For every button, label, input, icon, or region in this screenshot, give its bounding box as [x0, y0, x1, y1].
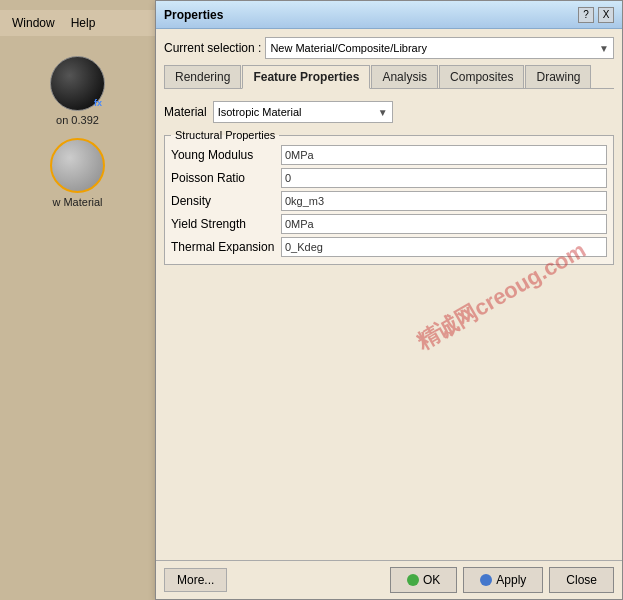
young-modulus-input[interactable] — [281, 145, 607, 165]
tab-content: Material Isotropic Material ▼ Structural… — [164, 95, 614, 552]
material-label: Material — [164, 105, 207, 119]
dialog-footer: More... OK Apply Close — [156, 560, 622, 599]
yield-strength-label: Yield Strength — [171, 217, 281, 231]
dialog-titlebar: Properties ? X — [156, 1, 622, 29]
material-row: Material Isotropic Material ▼ — [164, 101, 614, 123]
ok-icon — [407, 574, 419, 586]
menu-window[interactable]: Window — [8, 14, 59, 32]
property-row-poisson-ratio: Poisson Ratio — [171, 168, 607, 188]
structural-properties-group: Structural Properties Young Modulus Pois… — [164, 129, 614, 265]
current-selection-label: Current selection : — [164, 41, 261, 55]
tab-rendering[interactable]: Rendering — [164, 65, 241, 88]
material-value: Isotropic Material — [218, 106, 302, 118]
apply-icon — [480, 574, 492, 586]
structural-properties-legend: Structural Properties — [171, 129, 279, 141]
current-selection-arrow-icon: ▼ — [599, 43, 609, 54]
apply-label: Apply — [496, 573, 526, 587]
apply-button[interactable]: Apply — [463, 567, 543, 593]
tabs-row: Rendering Feature Properties Analysis Co… — [164, 65, 614, 89]
property-row-density: Density — [171, 191, 607, 211]
tab-analysis[interactable]: Analysis — [371, 65, 438, 88]
sphere-item-2[interactable]: w Material — [50, 138, 105, 208]
close-dialog-button[interactable]: X — [598, 7, 614, 23]
titlebar-controls: ? X — [578, 7, 614, 23]
poisson-ratio-label: Poisson Ratio — [171, 171, 281, 185]
menu-help[interactable]: Help — [67, 14, 100, 32]
tab-drawing[interactable]: Drawing — [525, 65, 591, 88]
density-input[interactable] — [281, 191, 607, 211]
action-buttons: OK Apply Close — [390, 567, 614, 593]
dialog-title: Properties — [164, 8, 223, 22]
close-label: Close — [566, 573, 597, 587]
thermal-expansion-label: Thermal Expansion — [171, 240, 281, 254]
menu-bar: Window Help — [0, 10, 155, 36]
current-selection-row: Current selection : New Material/Composi… — [164, 37, 614, 59]
fx-badge: fx — [94, 98, 102, 108]
help-button[interactable]: ? — [578, 7, 594, 23]
young-modulus-label: Young Modulus — [171, 148, 281, 162]
thermal-expansion-input[interactable] — [281, 237, 607, 257]
poisson-ratio-input[interactable] — [281, 168, 607, 188]
sphere-container: fx on 0.392 w Material — [50, 56, 105, 208]
sphere-black: fx — [50, 56, 105, 111]
close-button[interactable]: Close — [549, 567, 614, 593]
sphere-label-2: w Material — [52, 196, 102, 208]
sphere-item-1[interactable]: fx on 0.392 — [50, 56, 105, 126]
ok-label: OK — [423, 573, 440, 587]
density-label: Density — [171, 194, 281, 208]
dialog-body: Current selection : New Material/Composi… — [156, 29, 622, 560]
property-row-thermal-expansion: Thermal Expansion — [171, 237, 607, 257]
tab-feature-properties[interactable]: Feature Properties — [242, 65, 370, 89]
material-dropdown[interactable]: Isotropic Material ▼ — [213, 101, 393, 123]
property-row-young-modulus: Young Modulus — [171, 145, 607, 165]
current-selection-value: New Material/Composite/Library — [270, 42, 427, 54]
property-row-yield-strength: Yield Strength — [171, 214, 607, 234]
sidebar: Window Help fx on 0.392 w Material — [0, 0, 155, 600]
tab-composites[interactable]: Composites — [439, 65, 524, 88]
yield-strength-input[interactable] — [281, 214, 607, 234]
current-selection-dropdown[interactable]: New Material/Composite/Library ▼ — [265, 37, 614, 59]
material-dropdown-arrow-icon: ▼ — [378, 107, 388, 118]
more-button[interactable]: More... — [164, 568, 227, 592]
sphere-label-1: on 0.392 — [56, 114, 99, 126]
properties-dialog: Properties ? X Current selection : New M… — [155, 0, 623, 600]
sphere-gray — [50, 138, 105, 193]
ok-button[interactable]: OK — [390, 567, 457, 593]
